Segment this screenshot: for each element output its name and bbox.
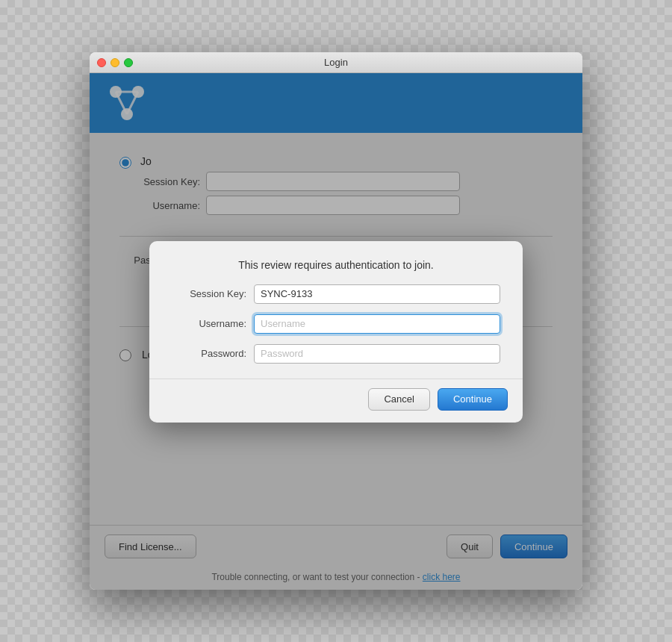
modal-body: This review requires authentication to j… (149, 241, 523, 378)
modal-password-label: Password: (172, 348, 246, 359)
minimize-button[interactable] (111, 58, 119, 67)
modal-username-input[interactable] (254, 314, 500, 334)
modal-password-row: Password: (172, 344, 500, 364)
title-bar: Login (90, 52, 582, 73)
window-title: Login (324, 57, 348, 68)
modal-footer: Cancel Continue (149, 378, 523, 423)
modal-message: This review requires authentication to j… (172, 259, 500, 271)
close-button[interactable] (97, 58, 106, 67)
modal-username-row: Username: (172, 314, 500, 334)
modal-session-key-input[interactable] (254, 284, 500, 304)
auth-modal: This review requires authentication to j… (149, 241, 523, 423)
modal-username-label: Username: (172, 318, 246, 329)
modal-session-key-label: Session Key: (172, 288, 246, 299)
traffic-lights (97, 58, 133, 67)
modal-session-key-row: Session Key: (172, 284, 500, 304)
modal-overlay: This review requires authentication to j… (90, 73, 582, 590)
main-window: Login Jo Session Key: (90, 52, 582, 590)
main-content: Jo Session Key: Username: Password: (90, 73, 582, 590)
maximize-button[interactable] (124, 58, 133, 67)
modal-cancel-button[interactable]: Cancel (368, 388, 429, 411)
modal-password-input[interactable] (254, 344, 500, 364)
modal-continue-button[interactable]: Continue (438, 388, 508, 411)
